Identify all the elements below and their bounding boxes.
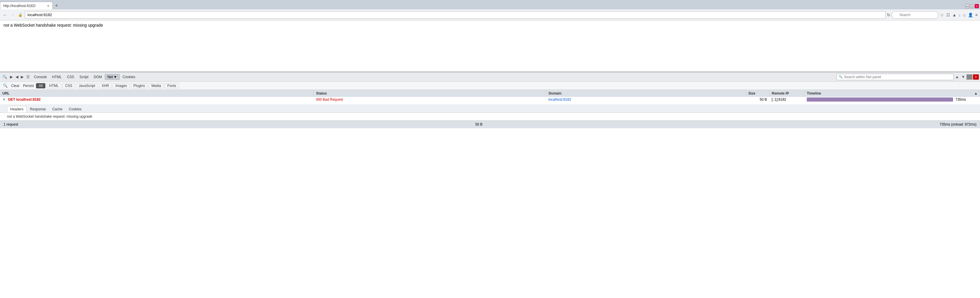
filter-media[interactable]: Media (149, 83, 164, 88)
tab-script[interactable]: Script (77, 72, 91, 82)
col-domain[interactable]: Domain (546, 90, 746, 97)
search-wrapper: 🔍 (892, 11, 939, 19)
detail-tab-cache[interactable]: Cache (49, 106, 65, 112)
col-url[interactable]: URL (0, 90, 313, 97)
request-timeline-cell: 735ms (804, 97, 980, 105)
browser-tab[interactable]: http://localhost:8182/ × (0, 2, 52, 10)
timing-info: 735ms (onload: 972ms) (940, 123, 977, 126)
persist-button[interactable]: Persist (22, 83, 35, 88)
request-status-cell: 400 Bad Request (313, 97, 546, 105)
col-status[interactable]: Status (313, 90, 546, 97)
devtools-back-button[interactable]: ◀ (14, 74, 19, 80)
devtools-scroll-down[interactable]: ▼ (960, 74, 966, 80)
request-domain-cell: localhost:8182 (546, 97, 746, 105)
request-method: GET (8, 97, 15, 102)
tab-net[interactable]: Net ▼ (105, 74, 120, 80)
table-row[interactable]: ▼ GET localhost:8182 400 Bad Request loc… (0, 97, 980, 105)
filter-css[interactable]: CSS (62, 83, 75, 88)
address-bar[interactable] (25, 11, 886, 19)
home-nav-icon[interactable]: ⌂ (963, 12, 966, 18)
filter-xhr[interactable]: XHR (99, 83, 111, 88)
col-remote-ip[interactable]: Remote IP (769, 90, 804, 97)
detail-content: not a WebSocket handshake request: missi… (0, 113, 980, 120)
net-table-body: ▼ GET localhost:8182 400 Bad Request loc… (0, 97, 980, 120)
tab-css[interactable]: CSS (65, 72, 77, 82)
devtools-list-icon[interactable]: ☰ (25, 74, 31, 80)
reload-button[interactable]: ↻ (887, 13, 891, 17)
home-button[interactable]: 🔒 (17, 12, 24, 18)
filter-plugins[interactable]: Plugins (131, 83, 148, 88)
col-timeline[interactable]: Timeline ▲ (804, 90, 980, 97)
tab-cookies[interactable]: Cookies (120, 72, 138, 82)
net-table: URL Status Domain Size Remote IP Timelin… (0, 90, 980, 121)
new-tab-button[interactable]: + (52, 2, 60, 10)
devtools-search-wrapper: 🔍 (837, 74, 954, 80)
devtools-pick-icon[interactable]: ▶ (9, 74, 14, 80)
net-table-header: URL Status Domain Size Remote IP Timelin… (0, 90, 980, 97)
detail-tab-response[interactable]: Response (27, 106, 49, 112)
filter-fonts[interactable]: Fonts (165, 83, 179, 88)
request-remote-ip-cell: [::1]:8182 (769, 97, 804, 105)
request-url: localhost:8182 (16, 97, 40, 102)
detail-tab-headers[interactable]: Headers (7, 106, 27, 112)
detail-row: Headers Response Cache Cookies not a Web… (0, 105, 980, 120)
devtools-inspect-icon[interactable]: 🔍 (1, 74, 8, 80)
filter-html[interactable]: HTML (46, 83, 62, 88)
expand-icon[interactable]: ▼ (2, 97, 6, 102)
window-close-button[interactable]: × (975, 4, 979, 8)
window-minimize-button[interactable]: — (966, 4, 969, 8)
net-table-container: URL Status Domain Size Remote IP Timelin… (0, 90, 980, 121)
devtools-detach-button[interactable] (967, 74, 972, 80)
tab-close-button[interactable]: × (47, 3, 49, 8)
sync-icon[interactable]: 👤 (967, 12, 974, 18)
filter-images[interactable]: Images (113, 83, 129, 88)
devtools-search-icon: 🔍 (838, 75, 843, 79)
devtools-toolbar: 🔍 ▶ ◀ ▶ ☰ Console HTML CSS Script DOM Ne… (0, 72, 980, 82)
filter-javascript[interactable]: JavaScript (76, 83, 98, 88)
net-icon-btn[interactable]: 🔍 (2, 83, 9, 88)
tab-net-dropdown-icon: ▼ (114, 75, 117, 79)
detail-text: not a WebSocket handshake request: missi… (7, 115, 92, 119)
back-button[interactable]: ← (2, 12, 8, 18)
timeline-bar (807, 97, 953, 102)
detail-tab-cookies[interactable]: Cookies (65, 106, 84, 112)
devtools-forward-button[interactable]: ▶ (20, 74, 25, 80)
request-size-cell: 50 B (746, 97, 769, 105)
tab-dom[interactable]: DOM (91, 72, 104, 82)
detail-cell: Headers Response Cache Cookies not a Web… (0, 105, 980, 120)
page-text: not a WebSocket handshake request: missi… (3, 23, 977, 27)
clear-button[interactable]: Clear (10, 83, 21, 88)
tab-html[interactable]: HTML (50, 72, 64, 82)
navigation-bar: ← → 🔒 ↻ 🔍 ☆ ☷ ▲ ↓ ⌂ 👤 ≡ (0, 10, 980, 21)
browser-search-input[interactable] (892, 11, 939, 19)
nav-icons: ☆ ☷ ▲ ↓ ⌂ 👤 ≡ (940, 12, 978, 18)
tab-net-label: Net (107, 75, 113, 79)
tab-title: http://localhost:8182/ (3, 4, 45, 8)
devtools-panel: 🔍 ▶ ◀ ▶ ☰ Console HTML CSS Script DOM Ne… (0, 72, 980, 128)
reader-icon[interactable]: ☷ (946, 12, 951, 18)
window-maximize-button[interactable]: □ (970, 4, 974, 8)
request-url-cell[interactable]: ▼ GET localhost:8182 (0, 97, 313, 105)
pocket-icon[interactable]: ▲ (952, 12, 957, 18)
page-content: not a WebSocket handshake request: missi… (0, 21, 980, 72)
devtools-search-input[interactable] (837, 74, 954, 80)
status-bar: 1 request 50 B 735ms (onload: 972ms) (0, 121, 980, 128)
total-size: 50 B (476, 123, 483, 126)
devtools-scroll-up[interactable]: ▲ (954, 74, 960, 80)
col-size[interactable]: Size (746, 90, 769, 97)
filter-all[interactable]: All (36, 83, 45, 88)
bookmark-icon[interactable]: ☆ (940, 12, 945, 18)
devtools-close-button[interactable]: × (973, 74, 979, 80)
net-filter-toolbar: 🔍 Clear Persist All HTML CSS JavaScript … (0, 82, 980, 90)
menu-icon[interactable]: ≡ (975, 12, 978, 18)
timeline-label: 735ms (955, 97, 966, 102)
tab-console[interactable]: Console (32, 72, 49, 82)
request-count: 1 request (3, 123, 18, 126)
detail-tabs: Headers Response Cache Cookies (0, 105, 980, 113)
forward-button[interactable]: → (10, 12, 16, 18)
download-icon[interactable]: ↓ (958, 12, 961, 18)
